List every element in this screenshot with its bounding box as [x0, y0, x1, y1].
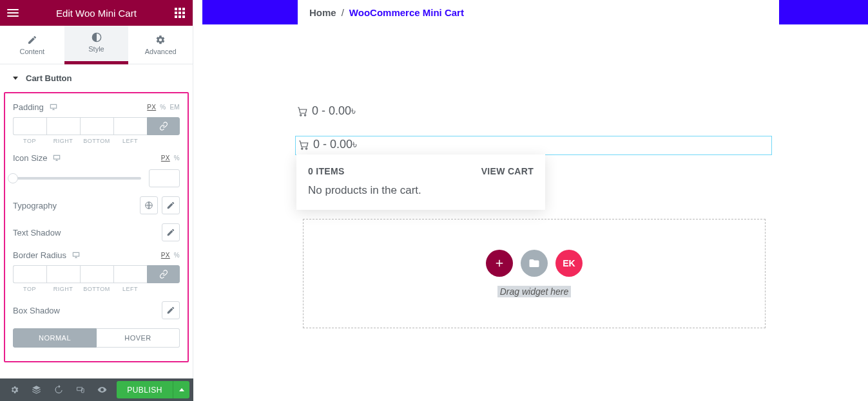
- svg-point-5: [302, 147, 303, 149]
- typography-edit-button[interactable]: [162, 196, 180, 214]
- padding-bottom-input[interactable]: [80, 117, 113, 135]
- widgets-button[interactable]: [173, 6, 186, 19]
- radius-link-button[interactable]: [147, 265, 180, 283]
- icon-size-slider[interactable]: [13, 177, 141, 180]
- preview-button[interactable]: [92, 378, 112, 401]
- tab-advanced-label: Advanced: [145, 48, 177, 55]
- unit-percent[interactable]: %: [174, 252, 180, 259]
- padding-caps: TOPRIGHTBOTTOMLEFT: [13, 135, 180, 144]
- hamburger-icon: [7, 7, 19, 19]
- header-bar-right: [779, 0, 868, 24]
- radius-bottom-input[interactable]: [80, 265, 113, 283]
- padding-link-button[interactable]: [147, 117, 180, 135]
- typography-globe-button[interactable]: [140, 196, 158, 214]
- breadcrumb-home[interactable]: Home: [309, 7, 336, 18]
- box-shadow-label: Box Shadow: [13, 306, 60, 315]
- dropzone-hint: Drag widget here: [497, 286, 572, 297]
- unit-px[interactable]: PX: [147, 104, 156, 111]
- control-padding: Padding PX % EM TOPRIGHTBOTTOML: [13, 102, 180, 144]
- svg-point-3: [300, 114, 302, 115]
- layers-icon: [32, 385, 41, 395]
- breadcrumb-sep: /: [342, 7, 344, 18]
- radius-top-input[interactable]: [13, 265, 46, 283]
- menu-button[interactable]: [6, 6, 19, 19]
- caret-down-icon: [13, 77, 18, 80]
- unit-px[interactable]: PX: [161, 252, 170, 259]
- padding-inputs: [13, 117, 180, 135]
- add-section-button[interactable]: [486, 250, 513, 277]
- settings-button[interactable]: [4, 378, 24, 401]
- tab-style[interactable]: Style: [64, 26, 129, 64]
- globe-icon: [144, 201, 153, 210]
- publish-options-button[interactable]: [173, 381, 189, 398]
- selected-widget-outline[interactable]: [295, 136, 772, 155]
- caret-up-icon: [179, 388, 184, 391]
- preview-area: Home / WooCommerce Mini Cart 0 - 0.00৳ 0…: [193, 0, 868, 396]
- icon-size-label: Icon Size: [13, 153, 61, 163]
- box-shadow-edit-button[interactable]: [162, 301, 180, 319]
- unit-em[interactable]: EM: [169, 104, 180, 111]
- desktop-icon[interactable]: [49, 103, 58, 112]
- border-radius-label: Border Radius: [13, 250, 81, 260]
- unit-percent[interactable]: %: [174, 154, 180, 162]
- tab-advanced[interactable]: Advanced: [128, 26, 193, 64]
- padding-left-input[interactable]: [113, 117, 147, 135]
- items-count: 0 ITEMS: [308, 166, 345, 176]
- gear-icon: [10, 385, 19, 395]
- state-hover[interactable]: HOVER: [97, 328, 180, 348]
- slider-thumb[interactable]: [8, 173, 18, 183]
- history-icon: [53, 385, 63, 395]
- control-box-shadow: Box Shadow: [13, 301, 180, 319]
- desktop-icon[interactable]: [52, 154, 61, 163]
- breadcrumb: Home / WooCommerce Mini Cart: [309, 0, 464, 24]
- navigator-button[interactable]: [26, 378, 46, 401]
- history-button[interactable]: [48, 378, 68, 401]
- state-normal[interactable]: NORMAL: [13, 328, 97, 348]
- padding-units: PX % EM: [147, 104, 180, 111]
- widget-dropzone[interactable]: EK Drag widget here: [303, 219, 766, 328]
- typography-label: Typography: [13, 201, 57, 210]
- template-button[interactable]: [521, 250, 548, 277]
- mini-cart-widget-1[interactable]: 0 - 0.00৳: [296, 104, 356, 118]
- radius-right-input[interactable]: [46, 265, 80, 283]
- responsive-button[interactable]: [70, 378, 90, 401]
- folder-icon: [528, 257, 540, 269]
- devices-icon: [75, 385, 85, 395]
- icon-size-units: PX %: [161, 154, 180, 162]
- tab-content[interactable]: Content: [0, 26, 64, 64]
- view-cart-link[interactable]: VIEW CART: [481, 166, 534, 176]
- svg-point-6: [305, 147, 307, 149]
- control-border-radius: Border Radius PX % TOPRIGHTBOTTOMLEFT: [13, 250, 180, 292]
- text-shadow-edit-button[interactable]: [162, 223, 180, 241]
- radius-left-input[interactable]: [113, 265, 147, 283]
- cart-icon: [296, 106, 308, 117]
- plus-icon: [494, 257, 505, 269]
- pencil-icon: [166, 306, 175, 315]
- desktop-icon[interactable]: [72, 251, 81, 260]
- mini-cart-widget-2[interactable]: 0 - 0.00৳: [298, 138, 357, 151]
- padding-label: Padding: [13, 102, 58, 112]
- cart-count-text: 0 - 0.00৳: [313, 138, 357, 151]
- gear-icon: [155, 35, 166, 45]
- panel-footer: PUBLISH: [0, 378, 193, 401]
- publish-button[interactable]: PUBLISH: [117, 381, 173, 398]
- svg-point-4: [304, 114, 305, 115]
- unit-percent[interactable]: %: [160, 104, 166, 111]
- border-radius-caps: TOPRIGHTBOTTOMLEFT: [13, 283, 180, 292]
- elementskit-button[interactable]: EK: [555, 250, 583, 277]
- pencil-icon: [27, 35, 37, 45]
- panel-tabs: Content Style Advanced: [0, 26, 193, 64]
- padding-right-input[interactable]: [46, 117, 80, 135]
- icon-size-input[interactable]: [149, 169, 180, 187]
- breadcrumb-current[interactable]: WooCommerce Mini Cart: [349, 7, 464, 18]
- link-icon: [159, 270, 168, 279]
- contrast-icon: [92, 32, 102, 42]
- empty-cart-message: No products in the cart.: [308, 184, 534, 197]
- panel-header: Edit Woo Mini Cart: [0, 0, 193, 26]
- section-cart-button[interactable]: Cart Button: [0, 64, 193, 92]
- border-radius-units: PX %: [161, 252, 180, 259]
- section-title: Cart Button: [26, 73, 72, 83]
- padding-top-input[interactable]: [13, 117, 46, 135]
- tab-content-label: Content: [20, 48, 45, 55]
- unit-px[interactable]: PX: [161, 154, 170, 162]
